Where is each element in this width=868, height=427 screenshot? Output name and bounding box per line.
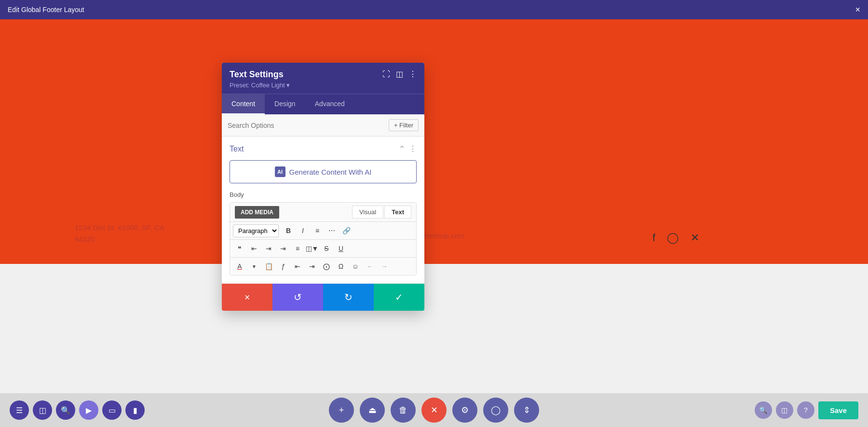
tablet-view-button[interactable]: ▭: [102, 400, 122, 420]
panel-tabs: Content Design Advanced: [222, 94, 424, 114]
window-close-button[interactable]: ×: [855, 5, 860, 15]
editor-toolbar: ADD MEDIA Visual Text Paragraph Heading …: [230, 202, 417, 275]
twitter-x-icon: ✕: [691, 232, 699, 244]
settings-button[interactable]: ⚙: [452, 398, 477, 423]
undo-button[interactable]: ↺: [272, 284, 323, 311]
tab-advanced[interactable]: Advanced: [305, 94, 354, 114]
more-options-button[interactable]: ⋮: [409, 69, 417, 79]
address-line2: 94220: [75, 234, 164, 245]
blockquote-button[interactable]: ❝: [233, 242, 246, 255]
tab-design[interactable]: Design: [265, 94, 305, 114]
underline-button[interactable]: U: [334, 242, 348, 255]
panel-preset[interactable]: Preset: Coffee Light ▾: [230, 82, 417, 89]
grid-button[interactable]: ◫: [396, 69, 403, 79]
special-char-button[interactable]: Ω: [334, 260, 348, 273]
format-bar-3: A ▼ 📋 ƒ ⇤ ⇥ ⨀ Ω ☺ ← →: [230, 258, 416, 275]
toolbar-right: 🔍 ◫ ? Save: [755, 401, 858, 419]
search-input[interactable]: [228, 122, 385, 129]
align-right-button[interactable]: ⇥: [276, 242, 290, 255]
text-section-header: Text ⌃ ⋮: [230, 144, 417, 153]
indent-more-button[interactable]: ⇥: [305, 260, 319, 273]
collapse-section-button[interactable]: ⌃: [399, 144, 405, 153]
search-icon-right[interactable]: 🔍: [755, 401, 772, 419]
ai-generate-button[interactable]: AI Generate Content With AI: [230, 160, 417, 183]
clear-format-button[interactable]: ƒ: [276, 260, 290, 273]
instagram-icon: ◯: [667, 232, 679, 244]
undo-editor-button[interactable]: ←: [363, 260, 377, 273]
delete-button[interactable]: 🗑: [391, 398, 416, 423]
fullscreen-button[interactable]: ⛶: [382, 70, 390, 79]
ai-icon: AI: [275, 166, 285, 177]
align-justify-button[interactable]: ≡: [291, 242, 304, 255]
table-button[interactable]: ◫▼: [305, 242, 319, 255]
ai-generate-label: Generate Content With AI: [289, 168, 372, 176]
layout-button[interactable]: ⇕: [514, 398, 539, 423]
paste-text-button[interactable]: 📋: [262, 260, 275, 273]
toolbar-center: + ⏏ 🗑 ✕ ⚙ ◯ ⇕: [329, 398, 539, 423]
italic-button[interactable]: I: [296, 224, 310, 237]
panel-actions: × ↺ ↻ ✓: [222, 283, 424, 311]
visual-tab[interactable]: Visual: [352, 206, 383, 219]
close-center-button[interactable]: ✕: [421, 398, 447, 423]
window-title: Edit Global Footer Layout: [8, 6, 84, 14]
emoji-button[interactable]: ☺: [349, 260, 362, 273]
add-media-button[interactable]: ADD MEDIA: [235, 206, 279, 219]
toolbar-left: ☰ ◫ 🔍 ▶ ▭ ▮: [10, 400, 145, 420]
confirm-button[interactable]: ✓: [374, 284, 424, 311]
canvas: 1234 Divi St. #1000, SF, CA 94220 @divic…: [0, 19, 868, 427]
panel-content: Text ⌃ ⋮ AI Generate Content With AI Bod…: [222, 137, 424, 283]
grid-view-button[interactable]: ◫: [33, 400, 52, 420]
settings-panel: Text Settings Preset: Coffee Light ▾ ⛶ ◫…: [222, 63, 424, 311]
cancel-button[interactable]: ×: [222, 284, 272, 311]
ordered-list-button[interactable]: ⋯: [325, 224, 339, 237]
strikethrough-button[interactable]: S: [320, 242, 333, 255]
panel-header-actions: ⛶ ◫ ⋮: [382, 69, 417, 79]
desktop-view-button[interactable]: ▶: [79, 400, 98, 420]
save-button[interactable]: Save: [818, 401, 858, 419]
redo-editor-button[interactable]: →: [378, 260, 391, 273]
search-button-left[interactable]: 🔍: [56, 400, 75, 420]
help-icon[interactable]: ?: [797, 401, 814, 419]
format-bar-1: Paragraph Heading 1 Heading 2 B I ≡ ⋯ 🔗: [230, 222, 416, 240]
fullscreen-editor-button[interactable]: ⨀: [320, 260, 333, 273]
link-button[interactable]: 🔗: [339, 224, 353, 237]
facebook-icon: f: [652, 232, 655, 244]
view-tabs: Visual Text: [352, 206, 411, 219]
bold-button[interactable]: B: [282, 224, 295, 237]
footer-social: f ◯ ✕: [652, 232, 699, 244]
text-color-button[interactable]: A: [233, 260, 246, 273]
bottom-toolbar: ☰ ◫ 🔍 ▶ ▭ ▮ + ⏏ 🗑 ✕ ⚙ ◯ ⇕ 🔍 ◫ ? Save: [0, 393, 868, 427]
mobile-view-button[interactable]: ▮: [125, 400, 145, 420]
panel-search-bar: + Filter: [222, 114, 424, 137]
section-actions: ⌃ ⋮: [399, 144, 417, 153]
format-bar-2: ❝ ⇤ ⇥ ⇥ ≡ ◫▼ S U: [230, 240, 416, 258]
indent-less-button[interactable]: ⇤: [291, 260, 304, 273]
text-color-dropdown[interactable]: ▼: [247, 260, 261, 273]
section-more-button[interactable]: ⋮: [409, 144, 417, 153]
redo-button[interactable]: ↻: [323, 284, 374, 311]
text-tab[interactable]: Text: [384, 206, 411, 219]
section-title: Text: [230, 145, 244, 153]
power-button[interactable]: ⏏: [360, 398, 385, 423]
add-module-button[interactable]: +: [329, 398, 354, 423]
paragraph-select[interactable]: Paragraph Heading 1 Heading 2: [233, 224, 279, 237]
align-center-button[interactable]: ⇥: [262, 242, 275, 255]
panel-header: Text Settings Preset: Coffee Light ▾ ⛶ ◫…: [222, 63, 424, 94]
tab-content[interactable]: Content: [222, 94, 265, 114]
hamburger-button[interactable]: ☰: [10, 400, 29, 420]
address-line1: 1234 Divi St. #1000, SF, CA: [75, 222, 164, 234]
footer-address: 1234 Divi St. #1000, SF, CA 94220: [75, 222, 164, 245]
top-bar: Edit Global Footer Layout ×: [0, 0, 868, 19]
filter-button[interactable]: + Filter: [389, 119, 419, 131]
unordered-list-button[interactable]: ≡: [311, 224, 324, 237]
editor-top-bar: ADD MEDIA Visual Text: [230, 203, 416, 222]
align-left-button[interactable]: ⇤: [247, 242, 261, 255]
body-label: Body: [230, 191, 417, 198]
history-button[interactable]: ◯: [483, 398, 508, 423]
layers-icon[interactable]: ◫: [776, 401, 793, 419]
